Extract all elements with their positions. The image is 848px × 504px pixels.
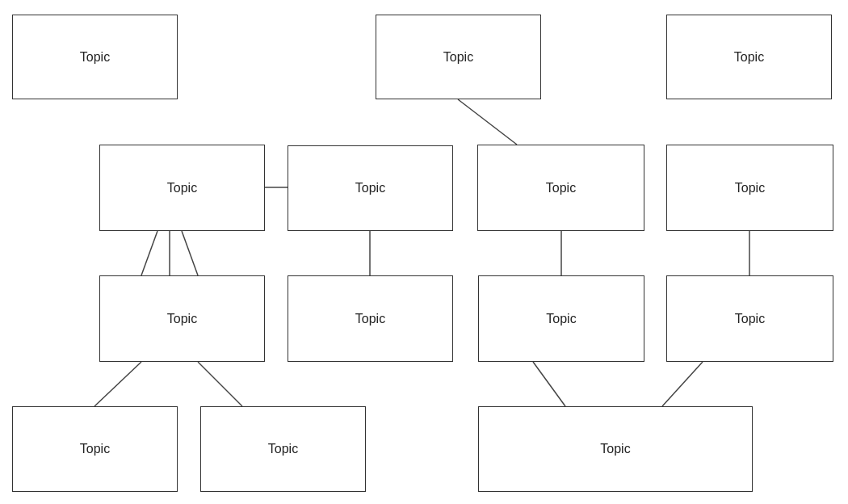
topic-label-b10: Topic: [546, 312, 576, 326]
svg-line-0: [458, 99, 517, 145]
topic-box-b3: Topic: [666, 15, 832, 99]
svg-line-10: [533, 362, 565, 406]
topic-box-b11: Topic: [666, 275, 833, 362]
topic-label-b13: Topic: [268, 442, 298, 456]
topic-box-b4: Topic: [99, 145, 265, 231]
topic-box-b9: Topic: [288, 275, 453, 362]
topic-box-b2: Topic: [376, 15, 541, 99]
topic-label-b2: Topic: [443, 50, 473, 65]
topic-label-b7: Topic: [735, 181, 765, 195]
topic-label-b1: Topic: [80, 50, 110, 65]
topic-box-b10: Topic: [478, 275, 644, 362]
topic-label-b9: Topic: [355, 312, 385, 326]
topic-box-b1: Topic: [12, 15, 178, 99]
topic-box-b7: Topic: [666, 145, 833, 231]
topic-box-b12: Topic: [12, 406, 178, 492]
topic-label-b5: Topic: [355, 181, 385, 195]
topic-label-b14: Topic: [600, 442, 630, 456]
svg-line-8: [94, 362, 141, 406]
topic-box-b5: Topic: [288, 145, 453, 231]
topic-box-b13: Topic: [200, 406, 366, 492]
topic-label-b4: Topic: [167, 181, 197, 195]
topic-box-b14: Topic: [478, 406, 753, 492]
topic-box-b8: Topic: [99, 275, 265, 362]
svg-line-2: [141, 231, 157, 275]
svg-line-11: [662, 362, 703, 406]
topic-box-b6: Topic: [477, 145, 644, 231]
svg-line-9: [198, 362, 242, 406]
topic-label-b8: Topic: [167, 312, 197, 326]
topic-label-b12: Topic: [80, 442, 110, 456]
topic-label-b3: Topic: [734, 50, 764, 65]
topic-label-b6: Topic: [546, 181, 576, 195]
svg-line-4: [182, 231, 198, 275]
topic-label-b11: Topic: [735, 312, 765, 326]
